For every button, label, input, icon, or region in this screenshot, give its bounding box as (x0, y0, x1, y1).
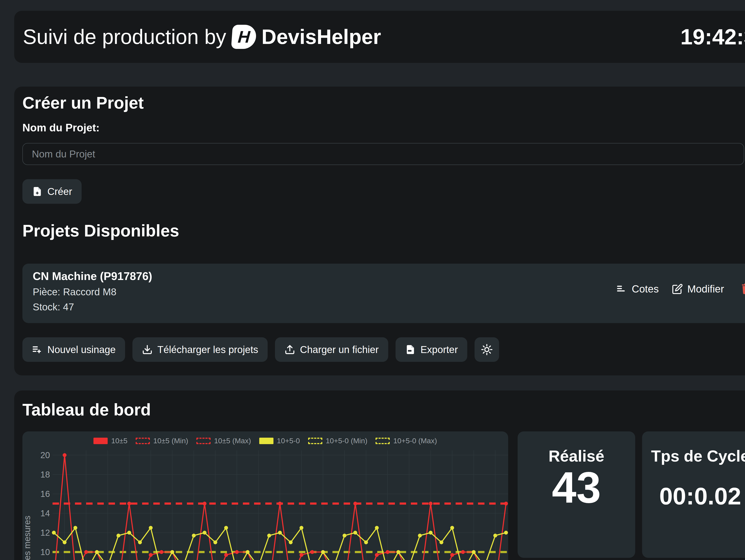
legend-item[interactable]: 10+5-0 (Min) (308, 437, 367, 445)
svg-text:des mesures: des mesures (22, 516, 32, 560)
list-icon (616, 283, 627, 294)
legend-label: 10±5 (111, 437, 127, 445)
file-plus-icon (32, 186, 43, 197)
svg-text:14: 14 (40, 508, 50, 518)
legend-item[interactable]: 10+5-0 (259, 437, 300, 445)
project-piece: Pièce: Raccord M8 (33, 286, 117, 298)
svg-text:12: 12 (40, 528, 50, 537)
load-file-button[interactable]: Charger un fichier (275, 337, 388, 362)
stat-value-cycle-time: 00:0.02 (642, 482, 745, 510)
modifier-button[interactable]: Modifier (672, 283, 724, 295)
svg-text:16: 16 (40, 489, 50, 499)
control-chart-card: 10±510±5 (Min)10±5 (Max)10+5-010+5-0 (Mi… (22, 431, 508, 560)
control-chart: 101214161820des mesures (22, 431, 508, 560)
legend-swatch (93, 438, 108, 444)
file-export-icon (405, 344, 416, 355)
chart-legend: 10±510±5 (Min)10±5 (Max)10+5-010+5-0 (Mi… (22, 437, 508, 445)
page-title: Suivi de production by (23, 25, 226, 49)
cotes-button[interactable]: Cotes (616, 283, 659, 295)
legend-swatch (259, 438, 273, 444)
project-card: CN Machine (P917876) Pièce: Raccord M8 S… (22, 263, 745, 323)
legend-item[interactable]: 10±5 (Max) (196, 437, 251, 445)
legend-label: 10+5-0 (Min) (326, 437, 367, 445)
legend-swatch (196, 438, 210, 444)
sun-icon (481, 344, 493, 355)
stat-card-realise: Réalisé 43 (518, 431, 635, 558)
legend-swatch (136, 438, 150, 444)
projects-heading: Projets Disponibles (22, 221, 179, 241)
dashboard-section: Tableau de bord 10±510±5 (Min)10±5 (Max)… (14, 391, 745, 560)
devishelper-logo-icon: H (231, 25, 257, 49)
create-button[interactable]: Créer (22, 179, 82, 204)
clock-display: 19:42:3 (680, 11, 745, 63)
legend-label: 10+5-0 (277, 437, 300, 445)
app-root: Suivi de production by H DevisHelper 19:… (0, 0, 745, 560)
legend-swatch (308, 438, 322, 444)
edit-icon (672, 283, 683, 294)
theme-toggle-button[interactable] (475, 337, 499, 362)
project-stock: Stock: 47 (33, 301, 74, 313)
brand-name: DevisHelper (262, 25, 381, 49)
legend-item[interactable]: 10+5-0 (Max) (376, 437, 437, 445)
project-name-input[interactable] (22, 143, 744, 165)
legend-label: 10±5 (Min) (153, 437, 188, 445)
stat-card-cycle-time: Tps de Cycle 00:0.02 (642, 431, 745, 558)
projects-toolbar: Nouvel usinage Télécharger les projets C… (22, 337, 499, 362)
download-icon (142, 344, 153, 355)
trash-icon (740, 282, 745, 294)
delete-button[interactable] (740, 282, 745, 294)
header-panel: Suivi de production by H DevisHelper 19:… (14, 11, 745, 63)
svg-text:10: 10 (40, 547, 50, 557)
create-project-section: Créer un Projet Nom du Projet: Créer Pro… (14, 87, 745, 375)
legend-swatch (376, 438, 390, 444)
list-plus-icon (32, 344, 43, 355)
upload-icon (285, 344, 295, 355)
export-button[interactable]: Exporter (395, 337, 467, 362)
legend-label: 10±5 (Max) (214, 437, 251, 445)
project-title: CN Machine (P917876) (33, 270, 152, 283)
dashboard-heading: Tableau de bord (22, 400, 151, 419)
new-machining-button[interactable]: Nouvel usinage (22, 337, 125, 362)
stat-label-cycle-time: Tps de Cycle (642, 447, 745, 465)
legend-label: 10+5-0 (Max) (393, 437, 437, 445)
legend-item[interactable]: 10±5 (93, 437, 127, 445)
download-projects-button[interactable]: Télécharger les projets (132, 337, 268, 362)
app-title-row: Suivi de production by H DevisHelper (23, 11, 381, 63)
stat-value-realise: 43 (518, 462, 635, 513)
create-project-heading: Créer un Projet (22, 93, 143, 113)
legend-item[interactable]: 10±5 (Min) (136, 437, 188, 445)
svg-text:18: 18 (40, 470, 50, 479)
project-name-label: Nom du Projet: (22, 122, 99, 134)
svg-text:20: 20 (40, 450, 50, 460)
